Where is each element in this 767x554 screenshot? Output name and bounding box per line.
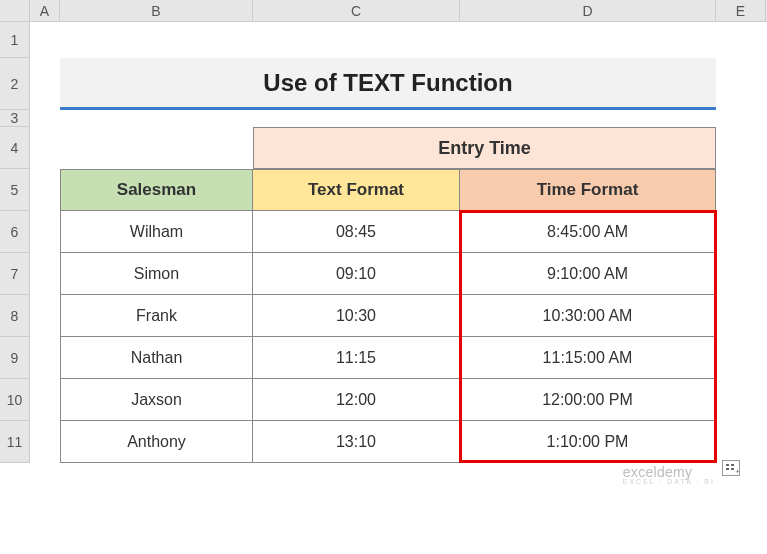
row-header-10[interactable]: 10 (0, 379, 30, 421)
spreadsheet: A B C D E 1 2 3 4 5 6 7 8 9 10 11 Use of… (0, 0, 767, 22)
autofill-options-icon[interactable]: + (722, 460, 740, 476)
row-header-8[interactable]: 8 (0, 295, 30, 337)
row-header-1[interactable]: 1 (0, 22, 30, 58)
header-entry-time[interactable]: Entry Time (253, 127, 716, 169)
row-header-11[interactable]: 11 (0, 421, 30, 463)
col-header-b[interactable]: B (60, 0, 253, 21)
title-cell[interactable]: Use of TEXT Function (60, 58, 716, 110)
cell-text-format[interactable]: 10:30 (253, 295, 460, 337)
cell-time-format[interactable]: 9:10:00 AM (460, 253, 716, 295)
cell-text-format[interactable]: 12:00 (253, 379, 460, 421)
row-header-9[interactable]: 9 (0, 337, 30, 379)
row-header-6[interactable]: 6 (0, 211, 30, 253)
cell-time-format[interactable]: 8:45:00 AM (460, 211, 716, 253)
select-all-corner[interactable] (0, 0, 30, 21)
cell-salesman[interactable]: Frank (60, 295, 253, 337)
column-headers: A B C D E (0, 0, 767, 22)
watermark-tagline: EXCEL · DATA · BI (623, 478, 715, 485)
col-header-e[interactable]: E (716, 0, 766, 21)
cell-time-format[interactable]: 11:15:00 AM (460, 337, 716, 379)
col-header-a[interactable]: A (30, 0, 60, 21)
cell-text-format[interactable]: 08:45 (253, 211, 460, 253)
cell-text-format[interactable]: 13:10 (253, 421, 460, 463)
col-header-d[interactable]: D (460, 0, 716, 21)
cell-salesman[interactable]: Nathan (60, 337, 253, 379)
row-header-2[interactable]: 2 (0, 58, 30, 110)
cell-time-format[interactable]: 12:00:00 PM (460, 379, 716, 421)
cell-text-format[interactable]: 11:15 (253, 337, 460, 379)
col-header-c[interactable]: C (253, 0, 460, 21)
cell-salesman[interactable]: Anthony (60, 421, 253, 463)
cell-salesman[interactable]: Jaxson (60, 379, 253, 421)
header-salesman[interactable]: Salesman (60, 169, 253, 211)
cell-salesman[interactable]: Wilham (60, 211, 253, 253)
cell-text-format[interactable]: 09:10 (253, 253, 460, 295)
header-time-format[interactable]: Time Format (460, 169, 716, 211)
cell-time-format[interactable]: 1:10:00 PM (460, 421, 716, 463)
cell-salesman[interactable]: Simon (60, 253, 253, 295)
row-header-5[interactable]: 5 (0, 169, 30, 211)
row-header-4[interactable]: 4 (0, 127, 30, 169)
row-header-7[interactable]: 7 (0, 253, 30, 295)
row-header-3[interactable]: 3 (0, 110, 30, 127)
header-text-format[interactable]: Text Format (253, 169, 460, 211)
row-headers: 1 2 3 4 5 6 7 8 9 10 11 (0, 22, 30, 463)
watermark: exceldemy EXCEL · DATA · BI (623, 464, 715, 485)
cell-time-format[interactable]: 10:30:00 AM (460, 295, 716, 337)
